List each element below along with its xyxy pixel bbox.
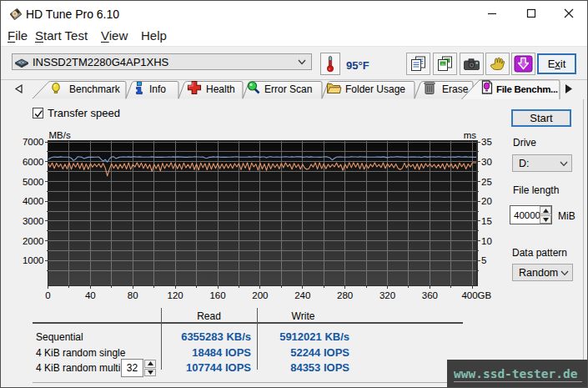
close-icon — [564, 8, 574, 18]
arrow-up-icon — [543, 209, 549, 213]
hand-icon — [489, 56, 506, 72]
results-row-label: 4 KiB random multi — [36, 362, 120, 374]
window-title: HD Tune Pro 6.10 — [26, 8, 119, 21]
watermark-underline — [454, 381, 582, 382]
file-length-input[interactable]: 40000 — [510, 205, 552, 224]
queue-depth-input[interactable]: 32 — [121, 359, 143, 377]
tab-folder-usage[interactable]: Folder Usage — [322, 82, 415, 99]
tab-label: Health — [206, 83, 235, 95]
tab-health[interactable]: Health — [178, 82, 243, 99]
file-benchmark-page: Transfer speed 1000200030004000500060007… — [1, 99, 587, 387]
x-axis-label: 320 — [379, 290, 395, 300]
results-header-write: Write — [257, 310, 349, 322]
result-random-multi-write: 84353 IOPS — [258, 361, 349, 374]
tab-label: Erase — [442, 83, 469, 95]
file-length-unit: MiB — [558, 210, 575, 222]
exit-button[interactable]: Exit — [537, 53, 576, 74]
tab-info[interactable]: Info — [126, 82, 178, 99]
toolbar: INSSD2TM2280G4AP1XHS 95°F Exit — [1, 46, 587, 81]
drive-dropdown[interactable]: D: — [512, 154, 572, 172]
drive-selector-dropdown[interactable]: INSSD2TM2280G4AP1XHS — [12, 53, 312, 70]
minimize-icon — [487, 8, 497, 18]
x-axis-label: 200 — [252, 290, 268, 300]
result-random-single-read: 18484 IOPS — [159, 346, 251, 359]
file-length-value: 40000 — [514, 210, 540, 220]
tab-scroll-left-arrow-icon[interactable] — [16, 85, 22, 93]
x-axis-label: 240 — [294, 290, 310, 300]
plot-background — [48, 141, 478, 286]
y-axis-unit-left: MB/s — [49, 130, 71, 140]
temperature-button[interactable] — [320, 53, 340, 75]
tab-benchmark[interactable]: Benchmark — [33, 82, 126, 99]
camera-icon — [463, 58, 480, 71]
donate-button[interactable] — [485, 53, 510, 75]
tab-label: Folder Usage — [345, 83, 405, 95]
y-axis-label-left: 6000 — [23, 157, 44, 167]
results-row-label: 4 KiB random single — [36, 347, 125, 359]
x-axis-label: 40 — [85, 290, 96, 300]
menu-bar: FileStart TestViewHelp — [1, 26, 587, 46]
results-bottom-rule — [33, 382, 463, 383]
transfer-speed-chart: 1000200030004000500060007000510152025303… — [1, 122, 501, 304]
watermark-text: www.ssd-tester.de — [454, 367, 577, 380]
download-icon — [514, 55, 533, 73]
tab-label: File Benchm... — [496, 84, 558, 94]
checkmark-icon — [33, 108, 45, 120]
queue-depth-spin-up[interactable] — [144, 360, 156, 368]
minimize-button[interactable] — [473, 1, 510, 26]
hd-tune-window: HD Tune Pro 6.10 FileStart TestViewHelp … — [0, 0, 588, 388]
start-label: Start — [530, 112, 552, 124]
y-axis-label-right: 20 — [481, 196, 492, 206]
file-length-label: File length — [513, 184, 559, 196]
start-button[interactable]: Start — [511, 109, 571, 127]
menu-item-view[interactable]: View — [101, 28, 128, 43]
arrow-down-icon — [148, 370, 153, 375]
file-length-spin-up[interactable] — [540, 206, 551, 214]
y-axis-label-left: 5000 — [23, 177, 44, 187]
folder-icon — [328, 84, 341, 93]
watermark-banner: www.ssd-tester.de — [447, 360, 588, 388]
temperature-value: 95°F — [346, 59, 369, 72]
y-axis-label-right: 30 — [481, 157, 492, 167]
tab-error-scan[interactable]: Error Scan — [243, 82, 322, 99]
y-axis-label-right: 35 — [481, 137, 492, 147]
drive-selector-value: INSSD2TM2280G4AP1XHS — [33, 56, 168, 68]
data-pattern-value: Random — [519, 267, 558, 279]
arrow-up-icon — [148, 361, 153, 365]
transfer-speed-checkbox[interactable] — [33, 108, 43, 118]
menu-item-file[interactable]: File — [8, 28, 28, 43]
drive-value: D: — [519, 158, 530, 169]
file-length-spin-down[interactable] — [540, 215, 551, 224]
close-button[interactable] — [550, 1, 587, 26]
x-axis-label: 360 — [422, 290, 438, 300]
results-row-label: Sequential — [36, 331, 83, 343]
arrow-down-icon — [543, 218, 549, 222]
copy-text-button[interactable] — [406, 53, 430, 75]
y-axis-label-left: 3000 — [23, 216, 44, 226]
y-axis-label-left: 1000 — [23, 255, 44, 265]
copy-image-button[interactable] — [433, 53, 457, 75]
menu-item-start-test[interactable]: Start Test — [35, 28, 88, 43]
result-random-single-write: 52244 IOPS — [258, 346, 349, 359]
x-axis-label: 400GB — [461, 290, 491, 300]
y-axis-label-right: 5 — [481, 255, 486, 265]
tab-label: Error Scan — [264, 83, 312, 95]
maximize-button[interactable] — [512, 1, 550, 26]
tab-file-benchm[interactable]: File Benchm... — [461, 80, 560, 100]
app-icon — [10, 8, 22, 20]
results-header-read: Read — [161, 310, 257, 322]
y-axis-label-left: 7000 — [23, 137, 44, 147]
copy-text-icon — [410, 56, 427, 72]
result-random-multi-read: 107744 IOPS — [159, 361, 251, 374]
exit-label: Exit — [548, 58, 566, 70]
tab-scroll-right-arrow-icon[interactable] — [565, 84, 572, 93]
screenshot-button[interactable] — [460, 53, 484, 75]
queue-depth-spin-down[interactable] — [144, 369, 156, 377]
download-button[interactable] — [511, 53, 535, 75]
y-axis-label-right: 15 — [481, 216, 492, 226]
tab-strip: Benchmark Info Health Error Scan Folder … — [1, 79, 587, 100]
menu-item-help[interactable]: Help — [141, 28, 167, 43]
data-pattern-dropdown[interactable]: Random — [512, 264, 573, 281]
copy-image-icon — [436, 56, 454, 72]
thermometer-icon — [325, 55, 335, 73]
